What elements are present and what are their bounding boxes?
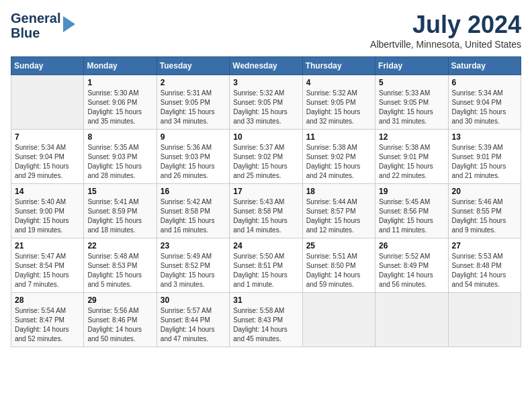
calendar-cell: 3Sunrise: 5:32 AMSunset: 9:05 PMDaylight… [230, 75, 302, 130]
day-number: 26 [379, 241, 444, 250]
day-number: 17 [233, 187, 298, 196]
calendar-cell: 2Sunrise: 5:31 AMSunset: 9:05 PMDaylight… [157, 75, 229, 130]
logo: GeneralBlue [11, 11, 75, 40]
day-info: Sunrise: 5:37 AMSunset: 9:02 PMDaylight:… [233, 143, 298, 181]
calendar-cell [302, 293, 375, 347]
calendar-cell [448, 293, 521, 347]
calendar-cell: 22Sunrise: 5:48 AMSunset: 8:53 PMDayligh… [84, 238, 157, 293]
calendar-week-row: 7Sunrise: 5:34 AMSunset: 9:04 PMDaylight… [11, 130, 521, 184]
calendar-cell: 29Sunrise: 5:56 AMSunset: 8:46 PMDayligh… [84, 293, 157, 347]
day-number: 1 [87, 78, 152, 87]
day-info: Sunrise: 5:42 AMSunset: 8:58 PMDaylight:… [161, 197, 226, 235]
weekday-header: Sunday [11, 57, 84, 75]
day-number: 12 [379, 132, 444, 142]
day-number: 15 [87, 187, 152, 196]
day-info: Sunrise: 5:48 AMSunset: 8:53 PMDaylight:… [87, 252, 152, 289]
weekday-header: Wednesday [230, 57, 302, 75]
day-info: Sunrise: 5:41 AMSunset: 8:59 PMDaylight:… [87, 197, 152, 235]
day-number: 14 [15, 187, 80, 196]
day-info: Sunrise: 5:50 AMSunset: 8:51 PMDaylight:… [233, 252, 298, 289]
day-number: 11 [306, 132, 371, 142]
day-info: Sunrise: 5:57 AMSunset: 8:44 PMDaylight:… [161, 306, 226, 344]
day-number: 28 [15, 295, 80, 305]
day-info: Sunrise: 5:44 AMSunset: 8:57 PMDaylight:… [306, 197, 371, 235]
calendar-cell: 19Sunrise: 5:45 AMSunset: 8:56 PMDayligh… [375, 184, 448, 238]
day-info: Sunrise: 5:40 AMSunset: 9:00 PMDaylight:… [15, 197, 80, 235]
day-info: Sunrise: 5:51 AMSunset: 8:50 PMDaylight:… [306, 252, 371, 289]
calendar-cell: 20Sunrise: 5:46 AMSunset: 8:55 PMDayligh… [448, 184, 521, 238]
day-info: Sunrise: 5:45 AMSunset: 8:56 PMDaylight:… [379, 197, 444, 235]
day-info: Sunrise: 5:52 AMSunset: 8:49 PMDaylight:… [379, 252, 444, 289]
weekday-header: Friday [375, 57, 448, 75]
calendar-cell: 4Sunrise: 5:32 AMSunset: 9:05 PMDaylight… [302, 75, 375, 130]
calendar-cell: 26Sunrise: 5:52 AMSunset: 8:49 PMDayligh… [375, 238, 448, 293]
calendar-cell: 9Sunrise: 5:36 AMSunset: 9:03 PMDaylight… [157, 130, 229, 184]
calendar-week-row: 21Sunrise: 5:47 AMSunset: 8:54 PMDayligh… [11, 238, 521, 293]
day-info: Sunrise: 5:38 AMSunset: 9:01 PMDaylight:… [379, 143, 444, 181]
day-number: 18 [306, 187, 371, 196]
calendar-cell [375, 293, 448, 347]
calendar-cell [11, 75, 84, 130]
day-number: 4 [306, 78, 371, 87]
calendar-week-row: 14Sunrise: 5:40 AMSunset: 9:00 PMDayligh… [11, 184, 521, 238]
day-number: 27 [452, 241, 517, 250]
day-number: 25 [306, 241, 371, 250]
day-info: Sunrise: 5:49 AMSunset: 8:52 PMDaylight:… [161, 252, 226, 289]
calendar-cell: 11Sunrise: 5:38 AMSunset: 9:02 PMDayligh… [302, 130, 375, 184]
day-number: 2 [161, 78, 226, 87]
day-number: 3 [233, 78, 298, 87]
day-info: Sunrise: 5:53 AMSunset: 8:48 PMDaylight:… [452, 252, 517, 289]
calendar-cell: 24Sunrise: 5:50 AMSunset: 8:51 PMDayligh… [230, 238, 302, 293]
day-number: 30 [161, 295, 226, 305]
day-info: Sunrise: 5:54 AMSunset: 8:47 PMDaylight:… [15, 306, 80, 344]
day-number: 22 [87, 241, 152, 250]
day-number: 16 [161, 187, 226, 196]
day-number: 21 [15, 241, 80, 250]
day-info: Sunrise: 5:35 AMSunset: 9:03 PMDaylight:… [87, 143, 152, 181]
calendar-cell: 12Sunrise: 5:38 AMSunset: 9:01 PMDayligh… [375, 130, 448, 184]
calendar-cell: 6Sunrise: 5:34 AMSunset: 9:04 PMDaylight… [448, 75, 521, 130]
day-info: Sunrise: 5:46 AMSunset: 8:55 PMDaylight:… [452, 197, 517, 235]
calendar-cell: 23Sunrise: 5:49 AMSunset: 8:52 PMDayligh… [157, 238, 229, 293]
day-number: 23 [161, 241, 226, 250]
day-number: 13 [452, 132, 517, 142]
calendar-cell: 25Sunrise: 5:51 AMSunset: 8:50 PMDayligh… [302, 238, 375, 293]
calendar-cell: 8Sunrise: 5:35 AMSunset: 9:03 PMDaylight… [84, 130, 157, 184]
day-info: Sunrise: 5:32 AMSunset: 9:05 PMDaylight:… [306, 89, 371, 126]
day-number: 6 [452, 78, 517, 87]
calendar-cell: 1Sunrise: 5:30 AMSunset: 9:06 PMDaylight… [84, 75, 157, 130]
calendar-table: SundayMondayTuesdayWednesdayThursdayFrid… [11, 56, 521, 347]
day-info: Sunrise: 5:47 AMSunset: 8:54 PMDaylight:… [15, 252, 80, 289]
calendar-cell: 10Sunrise: 5:37 AMSunset: 9:02 PMDayligh… [230, 130, 302, 184]
calendar-cell: 18Sunrise: 5:44 AMSunset: 8:57 PMDayligh… [302, 184, 375, 238]
calendar-cell: 7Sunrise: 5:34 AMSunset: 9:04 PMDaylight… [11, 130, 84, 184]
day-number: 24 [233, 241, 298, 250]
title-block: July 2024 Albertville, Minnesota, United… [370, 11, 521, 50]
day-number: 10 [233, 132, 298, 142]
weekday-header-row: SundayMondayTuesdayWednesdayThursdayFrid… [11, 57, 521, 75]
day-number: 19 [379, 187, 444, 196]
day-info: Sunrise: 5:34 AMSunset: 9:04 PMDaylight:… [452, 89, 517, 126]
month-title: July 2024 [370, 11, 521, 39]
calendar-cell: 17Sunrise: 5:43 AMSunset: 8:58 PMDayligh… [230, 184, 302, 238]
day-number: 9 [161, 132, 226, 142]
day-info: Sunrise: 5:31 AMSunset: 9:05 PMDaylight:… [161, 89, 226, 126]
day-info: Sunrise: 5:33 AMSunset: 9:05 PMDaylight:… [379, 89, 444, 126]
day-info: Sunrise: 5:30 AMSunset: 9:06 PMDaylight:… [87, 89, 152, 126]
day-info: Sunrise: 5:56 AMSunset: 8:46 PMDaylight:… [87, 306, 152, 344]
logo-text: GeneralBlue [11, 11, 60, 40]
day-info: Sunrise: 5:43 AMSunset: 8:58 PMDaylight:… [233, 197, 298, 235]
calendar-cell: 13Sunrise: 5:39 AMSunset: 9:01 PMDayligh… [448, 130, 521, 184]
day-info: Sunrise: 5:39 AMSunset: 9:01 PMDaylight:… [452, 143, 517, 181]
day-info: Sunrise: 5:58 AMSunset: 8:43 PMDaylight:… [233, 306, 298, 344]
calendar-cell: 5Sunrise: 5:33 AMSunset: 9:05 PMDaylight… [375, 75, 448, 130]
weekday-header: Tuesday [157, 57, 229, 75]
day-info: Sunrise: 5:36 AMSunset: 9:03 PMDaylight:… [161, 143, 226, 181]
day-info: Sunrise: 5:38 AMSunset: 9:02 PMDaylight:… [306, 143, 371, 181]
calendar-cell: 14Sunrise: 5:40 AMSunset: 9:00 PMDayligh… [11, 184, 84, 238]
weekday-header: Thursday [302, 57, 375, 75]
day-number: 8 [87, 132, 152, 142]
calendar-cell: 30Sunrise: 5:57 AMSunset: 8:44 PMDayligh… [157, 293, 229, 347]
day-number: 20 [452, 187, 517, 196]
day-info: Sunrise: 5:32 AMSunset: 9:05 PMDaylight:… [233, 89, 298, 126]
